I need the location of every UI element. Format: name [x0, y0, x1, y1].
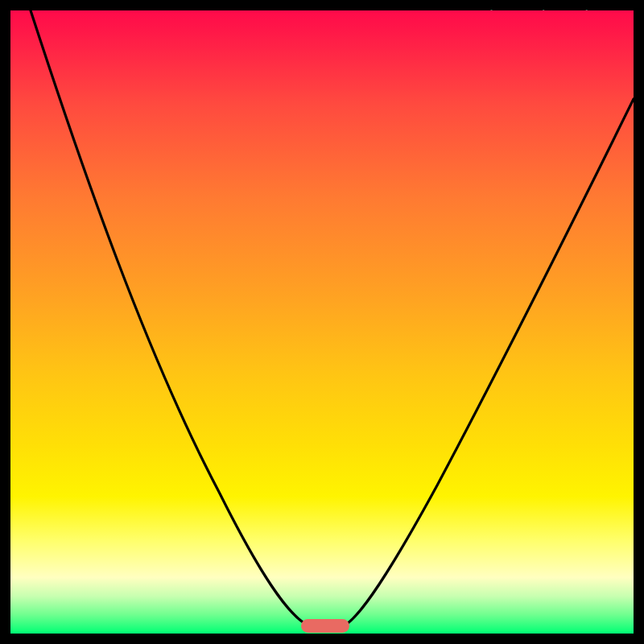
optimal-marker	[301, 619, 349, 633]
chart-curve	[10, 10, 634, 634]
bottleneck-curve-path	[31, 10, 634, 625]
chart-frame	[10, 10, 634, 634]
